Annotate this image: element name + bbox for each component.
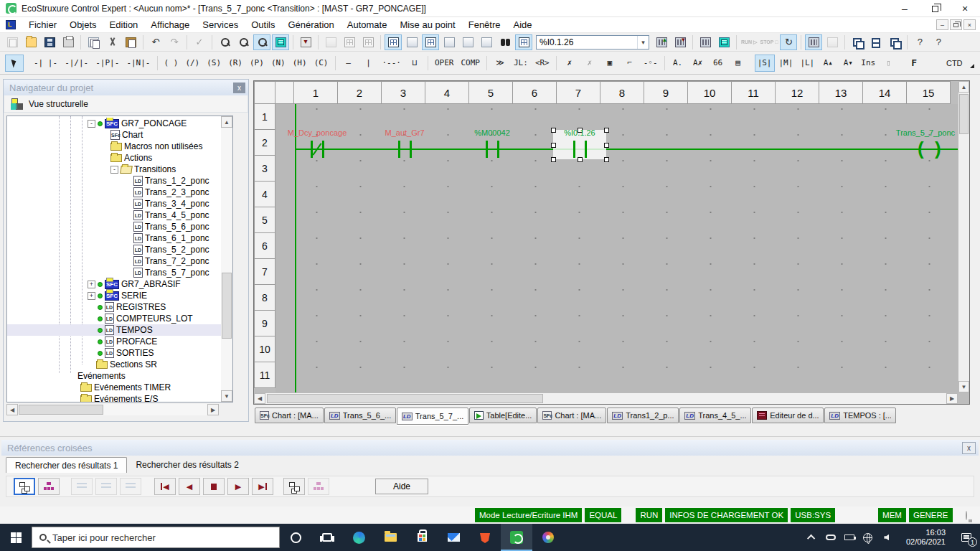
doc-tab-table-edite-[interactable]: Table[Edite... — [469, 408, 537, 423]
editor-hscroll-thumb[interactable] — [267, 394, 543, 403]
paste-button[interactable] — [122, 34, 139, 50]
editor-vscroll-thumb[interactable] — [959, 94, 969, 134]
structural-view-tab[interactable]: Vue structurelle — [4, 95, 248, 113]
child-restore-button[interactable] — [950, 19, 962, 30]
tree-vscrollbar[interactable]: ▲ ▼ — [221, 116, 232, 402]
tree-item-ev-nements-timer[interactable]: Evénements TIMER — [7, 382, 221, 393]
nav-stop-button[interactable] — [203, 478, 225, 495]
child-window-icon[interactable] — [6, 20, 16, 29]
tree-item-sections-sr[interactable]: Sections SR — [7, 359, 221, 370]
mode-symbol-button[interactable]: |S| — [755, 55, 775, 72]
tree-expander-icon[interactable]: - — [110, 166, 118, 174]
cut-button[interactable] — [103, 34, 121, 50]
menu-automate[interactable]: Automate — [341, 18, 394, 32]
scroll-left-icon[interactable]: ◀ — [6, 404, 18, 415]
tree-item-gr7-poncage[interactable]: -SFCGR7_PONCAGE — [7, 118, 221, 129]
tree-item-tempos[interactable]: LDTEMPOS — [7, 324, 221, 336]
nav-first-button[interactable]: ◀ — [154, 478, 176, 495]
selection-handle[interactable] — [604, 157, 609, 162]
tree-item-trans-1-2-ponc[interactable]: LDTrans_1_2_ponc — [7, 175, 221, 187]
editor-hscrollbar[interactable]: ◀ ▶ — [254, 392, 958, 404]
menu-affichage[interactable]: Affichage — [144, 18, 196, 32]
selection-handle[interactable] — [551, 143, 556, 148]
open-button[interactable] — [22, 34, 39, 50]
hline-dotted-button[interactable]: ·--· — [380, 55, 405, 72]
crossref-close-button[interactable]: x — [962, 442, 976, 454]
tree-item-registres[interactable]: LDREGISTRES — [7, 301, 221, 313]
hierarchy-view-button[interactable] — [38, 478, 60, 495]
tray-battery-button[interactable] — [840, 524, 859, 551]
ladder-coil-Trans-5-7-ponc[interactable] — [915, 138, 944, 161]
coil-reset-button[interactable]: (R) — [225, 55, 245, 72]
menu-edition[interactable]: Edition — [103, 18, 145, 32]
search-replace-button[interactable] — [283, 478, 305, 495]
start-button[interactable] — [0, 524, 32, 551]
selection-handle[interactable] — [604, 143, 609, 148]
coil-button[interactable]: ( ) — [161, 55, 182, 72]
compare-block-button[interactable]: COMP — [458, 55, 484, 72]
insert-mode-button[interactable]: Ins — [859, 55, 877, 72]
navigator-close-button[interactable]: x — [233, 83, 245, 93]
contact-nc-button[interactable]: -|/|- — [62, 55, 91, 72]
assert-a-button[interactable]: A. — [669, 55, 687, 72]
instr-ctd-dropdown[interactable]: CTD — [931, 55, 977, 72]
copy-button[interactable] — [85, 34, 102, 50]
taskbar-cortana-button[interactable] — [280, 524, 311, 551]
scroll-left-icon[interactable]: ◀ — [254, 393, 265, 404]
ladder-contact--M00042[interactable] — [478, 138, 507, 161]
ladder-canvas[interactable]: M_Dcy_poncageM_aut_Gr7%M00042%I0.1.26()T… — [275, 104, 958, 392]
taskbar-edge-button[interactable] — [343, 524, 374, 551]
scroll-right-icon[interactable]: ▶ — [207, 404, 219, 415]
function-button[interactable]: F — [905, 55, 923, 72]
save-button[interactable] — [41, 34, 58, 50]
tree-expander-icon[interactable]: - — [88, 120, 95, 128]
data-editor-button[interactable] — [385, 34, 402, 50]
chevron-down-icon[interactable]: ▾ — [637, 36, 649, 49]
tray-volume-button[interactable] — [877, 524, 896, 551]
tree-hscrollbar[interactable]: ◀ ▶ — [6, 404, 219, 415]
structure-list-button[interactable] — [403, 34, 420, 50]
coil-set-button[interactable]: (S) — [204, 55, 224, 72]
menu-fenêtre[interactable]: Fenêtre — [462, 18, 507, 32]
taskbar-clock[interactable]: 16:03 02/06/2021 — [896, 528, 953, 547]
taskbar-paint-button[interactable] — [532, 524, 564, 551]
navigator-title-bar[interactable]: Navigateur du projet x — [4, 80, 248, 95]
tree-item-ev-nements[interactable]: Evénements — [7, 370, 221, 382]
search-button[interactable] — [496, 34, 514, 50]
doc-tab-chart-ma-[interactable]: SFcChart : [MA... — [255, 408, 324, 423]
address-combobox[interactable]: %I0.1.26 ▾ — [536, 35, 649, 50]
operate-block-button[interactable]: OPER — [432, 55, 457, 72]
context-help-button[interactable]: ? — [930, 34, 947, 50]
menu-objets[interactable]: Objets — [63, 18, 103, 32]
transfer-to-plc-button[interactable] — [653, 34, 670, 50]
notification-center-button[interactable]: 1 — [953, 524, 980, 551]
doc-tab-tempos-[interactable]: LDTEMPOS : [... — [824, 408, 896, 423]
taskbar-search-input[interactable]: Taper ici pour rechercher — [32, 527, 280, 548]
taskbar-brave-button[interactable] — [469, 524, 501, 551]
doc-tab-chart-ma-[interactable]: SFcChart : [MA... — [537, 408, 606, 423]
cross-button[interactable]: -◦- — [641, 55, 661, 72]
percent-table-button[interactable] — [515, 34, 532, 50]
tree-hscroll-thumb[interactable] — [19, 405, 103, 415]
doc-tab-trans-5-7-[interactable]: LDTrans_5_7_... — [397, 408, 468, 425]
menu-services[interactable]: Services — [196, 18, 245, 32]
tree-item-ev-nements-e-s[interactable]: Evénements E/S — [7, 393, 221, 402]
crossref-tab-2[interactable]: Rechercher des résultats 2 — [127, 457, 247, 473]
tree-item-macros-non-utilis-es[interactable]: Macros non utilisées — [7, 141, 221, 152]
taskbar-task-view-button[interactable] — [311, 524, 343, 551]
menu-outils[interactable]: Outils — [245, 18, 281, 32]
tray-network-button[interactable] — [859, 524, 877, 551]
doc-tab-trans1-2-p-[interactable]: LDTrans1_2_p... — [607, 408, 679, 423]
coil-call-button[interactable]: (C) — [311, 55, 331, 72]
close-button[interactable]: × — [950, 0, 980, 17]
selection-handle[interactable] — [551, 157, 556, 162]
undo-button[interactable]: ↶ — [147, 34, 164, 50]
cascade-button[interactable] — [849, 34, 866, 50]
full-screen-button[interactable] — [272, 34, 289, 50]
tree-item-serie[interactable]: +SFCSERIE — [7, 290, 221, 301]
erase-button[interactable]: ✗ — [560, 55, 579, 72]
font-bigger-button[interactable]: A▴ — [819, 55, 837, 72]
tree-item-trans-7-2-ponc[interactable]: LDTrans_7_2_ponc — [7, 255, 221, 267]
ruler-button[interactable]: ▤ — [729, 55, 748, 72]
zoom-out-button[interactable] — [235, 34, 252, 50]
